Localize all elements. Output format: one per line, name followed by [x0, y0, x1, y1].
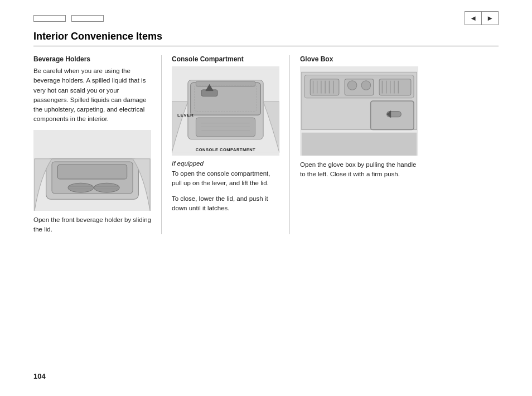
beverage-diagram [33, 130, 151, 211]
top-nav: ◄ ► [33, 11, 499, 25]
svg-point-3 [68, 183, 94, 192]
console-illustration [172, 66, 279, 156]
svg-rect-12 [191, 83, 260, 115]
svg-point-4 [94, 183, 120, 192]
svg-rect-37 [379, 79, 411, 95]
tab-button-2[interactable] [71, 15, 104, 22]
glovebox-column: Glove Box [290, 55, 418, 234]
console-text2: To close, lower the lid, and push it dow… [172, 194, 279, 214]
beverage-caption: Open the front beverage holder by slidin… [33, 215, 151, 235]
svg-rect-17 [196, 118, 255, 137]
glovebox-text: Open the glove box by pulling the handle… [300, 160, 418, 180]
page-number: 104 [33, 372, 46, 380]
console-heading: Console Compartment [172, 55, 279, 63]
svg-rect-5 [57, 165, 127, 179]
page-wrapper: ◄ ► Interior Convenience Items Beverage … [0, 0, 532, 396]
beverage-column: Beverage Holders Be careful when you are… [33, 55, 162, 234]
svg-point-33 [361, 81, 371, 90]
console-column: Console Compartment [162, 55, 290, 234]
svg-point-32 [347, 81, 357, 90]
svg-rect-24 [310, 79, 339, 95]
prev-arrow[interactable]: ◄ [465, 12, 482, 25]
beverage-text: Be careful when you are using the bevera… [33, 66, 151, 124]
content-area: Beverage Holders Be careful when you are… [33, 55, 499, 234]
beverage-heading: Beverage Holders [33, 55, 151, 63]
lever-label: LEVER [177, 113, 194, 118]
glovebox-illustration [300, 66, 418, 156]
console-text1: To open the console compartment, pull up… [172, 169, 279, 189]
console-label: CONSOLE COMPARTMENT [196, 147, 255, 152]
glovebox-diagram [300, 66, 418, 156]
next-arrow[interactable]: ► [482, 12, 498, 25]
page-title: Interior Convenience Items [33, 31, 499, 46]
tab-buttons [33, 15, 104, 22]
nav-arrows: ◄ ► [465, 11, 499, 25]
glovebox-heading: Glove Box [300, 55, 418, 63]
svg-rect-13 [196, 81, 255, 86]
tab-button-1[interactable] [33, 15, 66, 22]
beverage-illustration [33, 130, 151, 211]
if-equipped: If equipped [172, 160, 279, 167]
console-diagram: LEVER CONSOLE COMPARTMENT [172, 66, 279, 156]
svg-rect-43 [302, 133, 417, 156]
